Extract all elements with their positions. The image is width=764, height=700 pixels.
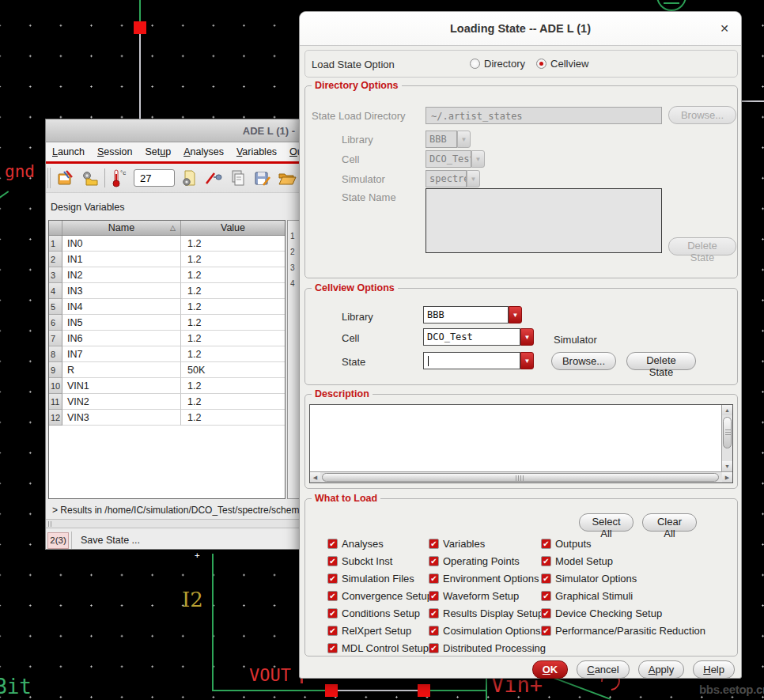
cellview-browse-button[interactable]: Browse... [551, 352, 616, 370]
schematic-solder-dot[interactable] [325, 684, 338, 697]
instance-label-i2[interactable]: I2 [182, 589, 203, 610]
value-cell[interactable]: 50K [181, 362, 285, 378]
cellview-library-combo[interactable]: BBB ▼ [423, 306, 522, 324]
name-cell[interactable]: IN6 [62, 331, 181, 346]
clear-all-button[interactable]: Clear All [642, 513, 697, 532]
name-cell[interactable]: IN5 [62, 315, 181, 331]
table-row[interactable]: 8IN71.2 [49, 346, 285, 362]
gear-document-icon[interactable] [179, 168, 199, 189]
checkbox-checked-icon[interactable]: ✔ [541, 608, 551, 619]
name-cell[interactable]: R [62, 362, 181, 378]
checkbox-operating-points[interactable]: ✔Operating Points [429, 552, 546, 569]
name-cell[interactable]: VIN2 [62, 394, 181, 410]
value-cell[interactable]: 1.2 [181, 394, 285, 410]
help-button[interactable]: Help [693, 660, 735, 679]
chevron-down-icon[interactable]: ▼ [509, 306, 522, 324]
chevron-down-icon[interactable]: ▼ [520, 352, 534, 369]
checkbox-checked-icon[interactable]: ✔ [327, 539, 338, 549]
table-row[interactable]: 2IN11.2 [49, 252, 285, 267]
checkbox-results-display-setup[interactable]: ✔Results Display Setup [429, 604, 546, 622]
row-number[interactable]: 1 [49, 236, 62, 252]
net-label-bit[interactable]: Bit [0, 676, 32, 697]
row-number[interactable]: 2 [49, 252, 62, 267]
checkbox-checked-icon[interactable]: ✔ [541, 539, 551, 549]
value-cell[interactable]: 1.2 [181, 283, 285, 299]
table-row[interactable]: 11VIN21.2 [49, 394, 285, 410]
pane-splitter[interactable] [46, 519, 299, 528]
chevron-down-icon[interactable]: ▼ [520, 328, 534, 346]
column-header-name[interactable]: Name △ [62, 221, 181, 235]
row-number[interactable]: 9 [49, 362, 62, 378]
value-cell[interactable]: 1.2 [181, 267, 285, 283]
row-number[interactable]: 6 [49, 315, 62, 331]
netlist-pin-icon[interactable] [203, 168, 224, 189]
schematic-wire-selected[interactable] [338, 690, 418, 691]
table-row[interactable]: 12VIN31.2 [49, 410, 285, 426]
checkbox-checked-icon[interactable]: ✔ [327, 643, 338, 653]
value-cell[interactable]: 1.2 [181, 299, 285, 315]
row-number[interactable]: 8 [49, 346, 62, 362]
close-icon[interactable]: ✕ [720, 22, 729, 35]
checkbox-convergence-setup[interactable]: ✔Convergence Setup [327, 587, 433, 604]
cellview-delete-state-button[interactable]: Delete State [626, 352, 696, 370]
scroll-up-icon[interactable]: ▲ [722, 405, 732, 415]
checkbox-checked-icon[interactable]: ✔ [327, 573, 338, 584]
value-cell[interactable]: 1.2 [181, 315, 285, 331]
checkbox-waveform-setup[interactable]: ✔Waveform Setup [429, 587, 546, 604]
column-header-value[interactable]: Value [181, 221, 285, 235]
value-cell[interactable]: 1.2 [181, 252, 285, 267]
checkbox-checked-icon[interactable]: ✔ [327, 608, 338, 619]
thermometer-icon[interactable]: °c [109, 168, 130, 189]
checkbox-relxpert-setup[interactable]: ✔RelXpert Setup [327, 622, 433, 639]
checkbox-analyses[interactable]: ✔Analyses [327, 535, 433, 552]
checkbox-environment-options[interactable]: ✔Environment Options [429, 569, 546, 587]
checkbox-variables[interactable]: ✔Variables [429, 535, 546, 552]
menu-launch[interactable]: Launch [46, 144, 91, 160]
checkbox-checked-icon[interactable]: ✔ [429, 608, 439, 619]
checkbox-checked-icon[interactable]: ✔ [429, 556, 439, 566]
name-cell[interactable]: IN2 [62, 267, 181, 283]
cellview-cell-combo[interactable]: DCO_Test ▼ [423, 328, 534, 346]
schematic-solder-dot[interactable] [134, 21, 146, 34]
notebook-icon[interactable] [55, 168, 76, 189]
checkbox-simulator-options[interactable]: ✔Simulator Options [541, 569, 705, 587]
row-number[interactable]: 11 [49, 394, 62, 410]
scrollbar-thumb[interactable] [322, 473, 719, 482]
table-row[interactable]: 4IN31.2 [49, 283, 285, 299]
save-icon[interactable] [252, 168, 273, 189]
temperature-input[interactable] [134, 169, 175, 187]
scroll-left-icon[interactable]: ◀ [310, 472, 320, 482]
checkbox-checked-icon[interactable]: ✔ [327, 591, 338, 601]
checkbox-checked-icon[interactable]: ✔ [541, 556, 551, 566]
name-cell[interactable]: IN1 [62, 252, 181, 267]
checkbox-checked-icon[interactable]: ✔ [541, 626, 551, 636]
table-row[interactable]: 5IN41.2 [49, 299, 285, 315]
row-number[interactable]: 5 [49, 299, 62, 315]
header-corner[interactable] [49, 221, 62, 235]
value-cell[interactable]: 1.2 [181, 378, 285, 394]
menu-variables[interactable]: Variables [230, 144, 283, 160]
checkbox-outputs[interactable]: ✔Outputs [541, 535, 705, 552]
combo-value[interactable] [423, 352, 520, 369]
row-number[interactable]: 7 [49, 331, 62, 346]
checkbox-checked-icon[interactable]: ✔ [429, 539, 439, 549]
checkbox-distributed-processing[interactable]: ✔Distributed Processing [429, 639, 546, 656]
combo-value[interactable]: BBB [423, 306, 509, 324]
cellview-state-combo[interactable]: ▼ [423, 352, 534, 369]
documents-icon[interactable] [228, 168, 248, 189]
horizontal-scrollbar[interactable]: ◀ ▶ [310, 471, 732, 482]
name-cell[interactable]: IN3 [62, 283, 181, 299]
cancel-button[interactable]: Cancel [577, 660, 629, 679]
table-row[interactable]: 1IN01.2 [49, 236, 285, 252]
ok-button[interactable]: OK [532, 660, 569, 679]
open-folder-icon[interactable] [277, 168, 297, 189]
checkbox-cosimulation-options[interactable]: ✔Cosimulation Options [429, 622, 546, 639]
menu-setup[interactable]: Setup [139, 144, 178, 160]
ade-titlebar[interactable]: ADE L (1) - [46, 119, 299, 142]
checkbox-checked-icon[interactable]: ✔ [429, 643, 439, 653]
vertical-scrollbar[interactable]: ▲ ▼ [721, 405, 732, 471]
row-number[interactable]: 3 [49, 267, 62, 283]
checkbox-subckt-inst[interactable]: ✔Subckt Inst [327, 552, 433, 569]
checkbox-checked-icon[interactable]: ✔ [429, 626, 439, 636]
table-row[interactable]: 3IN21.2 [49, 267, 285, 283]
